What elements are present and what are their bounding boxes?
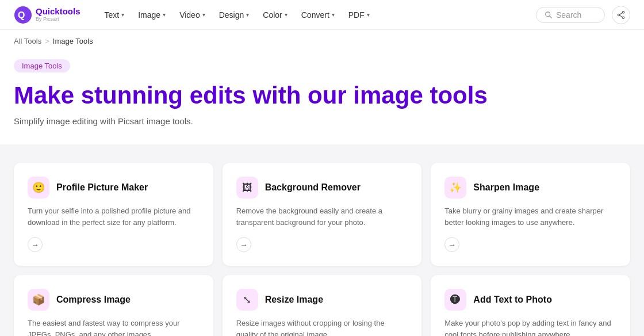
search-icon <box>545 11 553 19</box>
chevron-icon: ▾ <box>246 12 249 18</box>
logo-by: By Picsart <box>36 17 80 22</box>
tool-header: ✨ Sharpen Image <box>444 177 616 198</box>
svg-point-5 <box>622 17 624 18</box>
nav-label-convert: Convert <box>301 10 329 20</box>
chevron-icon: ▾ <box>367 12 370 18</box>
logo-name: Quicktools <box>36 7 80 17</box>
share-button[interactable] <box>612 6 630 24</box>
hero-section: Image Tools Make stunning edits with our… <box>0 50 644 144</box>
tool-desc-background-remover: Remove the background easily and create … <box>236 205 408 228</box>
tool-card-background-remover[interactable]: 🖼 Background Remover Remove the backgrou… <box>223 163 422 266</box>
tool-desc-add-text-to-photo: Make your photo's pop by adding text in … <box>444 318 616 336</box>
tool-icon-add-text-to-photo: 🅣 <box>444 289 466 311</box>
tool-name-profile-picture-maker: Profile Picture Maker <box>56 182 148 193</box>
nav-item-pdf[interactable]: PDF▾ <box>343 7 375 23</box>
logo[interactable]: Q Quicktools By Picsart <box>14 6 80 24</box>
nav-label-text: Text <box>105 10 120 20</box>
nav-label-image: Image <box>138 10 160 20</box>
tool-header: 📦 Compress Image <box>28 289 200 311</box>
chevron-icon: ▾ <box>285 12 288 18</box>
tool-icon-profile-picture-maker: 🙂 <box>28 177 49 198</box>
tool-icon-resize-image: ⤡ <box>236 289 258 311</box>
nav-label-color: Color <box>263 10 282 20</box>
tool-arrow-sharpen-image[interactable]: → <box>444 237 459 252</box>
tool-card-sharpen-image[interactable]: ✨ Sharpen Image Take blurry or grainy im… <box>431 163 630 266</box>
share-icon <box>616 10 626 20</box>
tool-icon-sharpen-image: ✨ <box>444 177 466 198</box>
nav-items: Text▾Image▾Video▾Design▾Color▾Convert▾PD… <box>99 7 536 23</box>
tool-desc-resize-image: Resize images without cropping or losing… <box>236 318 408 336</box>
hero-title: Make stunning edits with our image tools <box>14 82 630 109</box>
tool-card-add-text-to-photo[interactable]: 🅣 Add Text to Photo Make your photo's po… <box>431 275 630 336</box>
hero-subtitle: Simplify image editing with Picsart imag… <box>14 116 630 126</box>
nav-item-image[interactable]: Image▾ <box>132 7 171 23</box>
nav-label-video: Video <box>179 10 200 20</box>
search-bar[interactable]: Search <box>536 7 605 23</box>
svg-point-4 <box>622 11 624 13</box>
tool-arrow-profile-picture-maker[interactable]: → <box>28 237 43 252</box>
tool-header: 🖼 Background Remover <box>236 177 408 198</box>
tool-name-sharpen-image: Sharpen Image <box>473 182 539 193</box>
chevron-icon: ▾ <box>163 12 166 18</box>
tool-name-resize-image: Resize Image <box>265 295 323 305</box>
nav-right: Search <box>536 6 630 24</box>
svg-line-8 <box>620 15 623 17</box>
breadcrumb-separator: > <box>45 37 49 45</box>
nav-label-pdf: PDF <box>348 10 365 20</box>
hero-badge: Image Tools <box>14 59 70 72</box>
tool-header: 🅣 Add Text to Photo <box>444 289 616 311</box>
breadcrumb: All Tools > Image Tools <box>0 30 644 50</box>
tools-grid: 🙂 Profile Picture Maker Turn your selfie… <box>14 163 630 336</box>
tool-header: 🙂 Profile Picture Maker <box>28 177 200 198</box>
svg-line-7 <box>620 13 623 14</box>
svg-point-6 <box>618 14 619 16</box>
tool-desc-profile-picture-maker: Turn your selfie into a polished profile… <box>28 205 200 228</box>
nav-item-text[interactable]: Text▾ <box>99 7 131 23</box>
tool-desc-sharpen-image: Take blurry or grainy images and create … <box>444 205 616 228</box>
chevron-icon: ▾ <box>332 12 335 18</box>
svg-line-3 <box>550 16 552 18</box>
tool-desc-compress-image: The easiest and fastest way to compress … <box>28 318 200 336</box>
tool-card-profile-picture-maker[interactable]: 🙂 Profile Picture Maker Turn your selfie… <box>14 163 213 266</box>
breadcrumb-current: Image Tools <box>53 37 93 45</box>
nav-item-design[interactable]: Design▾ <box>213 7 255 23</box>
tool-header: ⤡ Resize Image <box>236 289 408 311</box>
tool-name-background-remover: Background Remover <box>265 182 361 193</box>
nav-item-convert[interactable]: Convert▾ <box>296 7 340 23</box>
tool-card-resize-image[interactable]: ⤡ Resize Image Resize images without cro… <box>223 275 422 336</box>
tools-section: 🙂 Profile Picture Maker Turn your selfie… <box>0 144 644 336</box>
chevron-icon: ▾ <box>202 12 205 18</box>
search-placeholder: Search <box>556 10 581 20</box>
tool-card-compress-image[interactable]: 📦 Compress Image The easiest and fastest… <box>14 275 213 336</box>
nav-label-design: Design <box>219 10 244 20</box>
nav-item-color[interactable]: Color▾ <box>257 7 293 23</box>
tool-name-compress-image: Compress Image <box>56 295 131 305</box>
tool-arrow-background-remover[interactable]: → <box>236 237 251 252</box>
svg-text:Q: Q <box>18 10 25 20</box>
nav-item-video[interactable]: Video▾ <box>174 7 211 23</box>
tool-name-add-text-to-photo: Add Text to Photo <box>473 295 552 305</box>
breadcrumb-parent[interactable]: All Tools <box>14 37 41 45</box>
tool-icon-background-remover: 🖼 <box>236 177 258 198</box>
chevron-icon: ▾ <box>121 12 124 18</box>
navbar: Q Quicktools By Picsart Text▾Image▾Video… <box>0 0 644 30</box>
tool-icon-compress-image: 📦 <box>28 289 49 311</box>
